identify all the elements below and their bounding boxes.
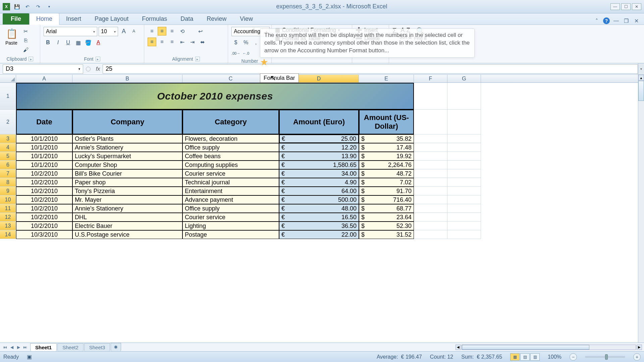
- cell-category[interactable]: Flowers, decoration: [182, 134, 279, 143]
- align-center-icon[interactable]: ≡: [158, 38, 166, 46]
- fx-icon[interactable]: fx: [93, 66, 103, 72]
- name-box[interactable]: D3▾: [3, 64, 83, 74]
- align-bottom-icon[interactable]: ≡: [168, 27, 176, 36]
- tab-file[interactable]: File: [3, 13, 29, 24]
- cancel-formula-icon[interactable]: [86, 67, 91, 71]
- row-header[interactable]: 8: [0, 178, 16, 187]
- cell-empty[interactable]: [414, 178, 447, 187]
- cell-empty[interactable]: [447, 187, 481, 195]
- zoom-out-button[interactable]: −: [570, 353, 577, 361]
- window-restore-doc-icon[interactable]: ❐: [623, 17, 630, 24]
- hscroll-right-icon[interactable]: ▶: [637, 345, 642, 350]
- minimize-button[interactable]: —: [610, 3, 620, 10]
- cell-empty[interactable]: [447, 134, 481, 143]
- cell-date[interactable]: 10/2/2010: [16, 187, 72, 195]
- cell-amount-usd[interactable]: $31.52: [359, 230, 414, 239]
- cell-empty[interactable]: [414, 134, 447, 143]
- cell-company[interactable]: Mr. Mayer: [72, 195, 182, 204]
- cell-date[interactable]: 10/2/2010: [16, 213, 72, 222]
- tab-data[interactable]: Data: [174, 13, 200, 24]
- cell-amount-euro[interactable]: €4.90: [279, 178, 359, 187]
- col-header-a[interactable]: A: [16, 75, 72, 82]
- row-header[interactable]: 4: [0, 143, 16, 152]
- cell-category[interactable]: Advance payment: [182, 195, 279, 204]
- row-header[interactable]: 12: [0, 213, 16, 222]
- cell-empty[interactable]: [414, 161, 447, 169]
- cell-empty[interactable]: [447, 169, 481, 178]
- increase-decimal-icon[interactable]: .00→: [231, 49, 240, 58]
- row-header[interactable]: 11: [0, 204, 16, 213]
- cell-category[interactable]: Office supply: [182, 143, 279, 152]
- cell-category[interactable]: Lighting: [182, 222, 279, 230]
- prev-sheet-icon[interactable]: ◀: [9, 344, 15, 350]
- font-color-button[interactable]: A: [94, 38, 103, 47]
- header-date[interactable]: Date: [16, 110, 72, 134]
- percent-format-icon[interactable]: %: [241, 38, 250, 47]
- cell-date[interactable]: 10/3/2010: [16, 230, 72, 239]
- cell-f2[interactable]: [414, 110, 447, 134]
- horizontal-scrollbar[interactable]: ◀ ▶: [455, 345, 644, 350]
- decrease-font-icon[interactable]: A: [129, 27, 138, 36]
- help-icon[interactable]: ?: [603, 17, 610, 24]
- cell-company[interactable]: Tony's Pizzeria: [72, 187, 182, 195]
- cell-empty[interactable]: [447, 222, 481, 230]
- align-right-icon[interactable]: ≡: [168, 38, 176, 46]
- row-header[interactable]: 7: [0, 169, 16, 178]
- first-sheet-icon[interactable]: ⏮: [2, 344, 8, 350]
- sheet-title-cell[interactable]: October 2010 expenses: [16, 83, 414, 110]
- vscroll-thumb[interactable]: [638, 81, 644, 101]
- cell-empty[interactable]: [414, 152, 447, 161]
- cell-date[interactable]: 10/1/2010: [16, 134, 72, 143]
- cell-amount-usd[interactable]: $68.77: [359, 204, 414, 213]
- expand-formula-bar[interactable]: ▾: [638, 63, 644, 74]
- bold-button[interactable]: B: [44, 38, 52, 47]
- cell-amount-usd[interactable]: $7.02: [359, 178, 414, 187]
- cell-category[interactable]: Postage: [182, 230, 279, 239]
- sheet-tab-1[interactable]: Sheet1: [30, 343, 57, 351]
- col-header-b[interactable]: B: [72, 75, 182, 82]
- cell-amount-usd[interactable]: $23.64: [359, 213, 414, 222]
- fill-color-button[interactable]: 🪣: [84, 38, 93, 47]
- cell-amount-euro[interactable]: €16.50: [279, 213, 359, 222]
- cell-amount-euro[interactable]: €64.00: [279, 187, 359, 195]
- cell-date[interactable]: 10/2/2010: [16, 178, 72, 187]
- tab-insert[interactable]: Insert: [59, 13, 88, 24]
- cell-date[interactable]: 10/2/2010: [16, 195, 72, 204]
- header-usd[interactable]: Amount (US-Dollar): [359, 110, 414, 134]
- cell-empty[interactable]: [447, 143, 481, 152]
- hscroll-left-icon[interactable]: ◀: [455, 345, 461, 350]
- cell-g2[interactable]: [447, 110, 481, 134]
- italic-button[interactable]: I: [54, 38, 62, 47]
- col-header-g[interactable]: G: [447, 75, 481, 82]
- cell-company[interactable]: Lucky's Supermarket: [72, 152, 182, 161]
- align-top-icon[interactable]: ≡: [148, 27, 156, 36]
- cell-amount-euro[interactable]: €36.50: [279, 222, 359, 230]
- header-euro[interactable]: Amount (Euro): [279, 110, 359, 134]
- cut-icon[interactable]: ✂: [21, 27, 30, 36]
- comma-format-icon[interactable]: ,: [252, 38, 260, 47]
- cell-amount-euro[interactable]: €12.20: [279, 143, 359, 152]
- cell-company[interactable]: Bill's Bike Courier: [72, 169, 182, 178]
- formula-bar[interactable]: 25: [103, 64, 638, 74]
- cell-category[interactable]: Technical journal: [182, 178, 279, 187]
- cell-empty[interactable]: [414, 230, 447, 239]
- zoom-in-button[interactable]: +: [633, 353, 641, 361]
- cell-category[interactable]: Computing supplies: [182, 161, 279, 169]
- cell-company[interactable]: U.S.Postage service: [72, 230, 182, 239]
- orientation-icon[interactable]: ⟲: [178, 27, 186, 36]
- cell-amount-euro[interactable]: €48.00: [279, 204, 359, 213]
- accounting-format-icon[interactable]: $: [231, 38, 240, 47]
- row-header[interactable]: 6: [0, 161, 16, 169]
- copy-icon[interactable]: ⎘: [21, 36, 30, 45]
- sheet-tab-2[interactable]: Sheet2: [57, 343, 84, 351]
- page-layout-view-button[interactable]: ▤: [520, 353, 530, 361]
- cell-f1[interactable]: [414, 83, 447, 110]
- cell-amount-euro[interactable]: €22.00: [279, 230, 359, 239]
- cell-amount-usd[interactable]: $52.30: [359, 222, 414, 230]
- cell-date[interactable]: 10/1/2010: [16, 161, 72, 169]
- zoom-slider[interactable]: [585, 356, 625, 358]
- paste-button[interactable]: 📋 Paste: [3, 27, 19, 54]
- new-sheet-icon[interactable]: ✸: [111, 343, 121, 351]
- cell-amount-usd[interactable]: $91.70: [359, 187, 414, 195]
- cell-empty[interactable]: [414, 187, 447, 195]
